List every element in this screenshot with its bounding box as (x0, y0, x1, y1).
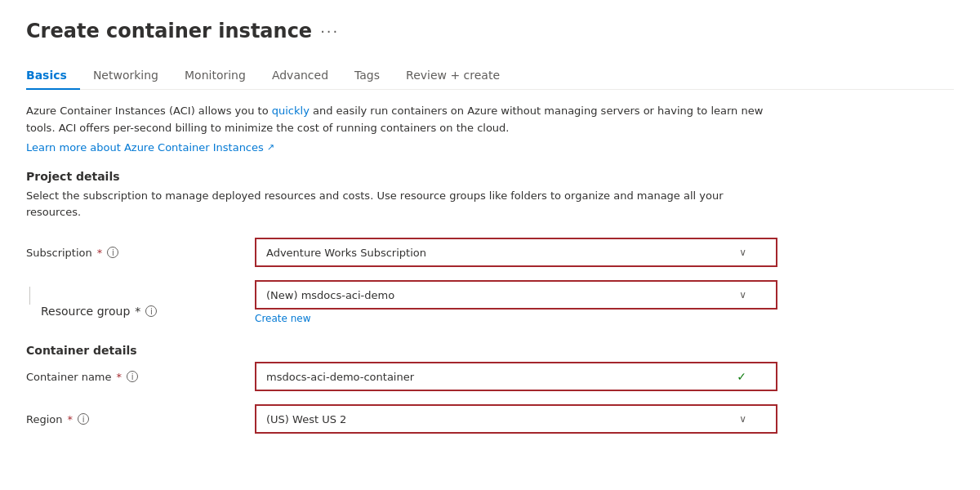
resource-group-row: Resource group * i (New) msdocs-aci-demo… (26, 280, 954, 324)
resource-group-label: Resource group (41, 305, 130, 318)
learn-more-link[interactable]: Learn more about Azure Container Instanc… (26, 141, 274, 154)
project-details-desc: Select the subscription to manage deploy… (26, 188, 777, 222)
container-name-value: msdocs-aci-demo-container (266, 371, 737, 383)
create-new-link[interactable]: Create new (255, 313, 311, 324)
project-details-section: Project details Select the subscription … (26, 170, 954, 325)
container-name-label: Container name * i (26, 371, 255, 383)
region-row: Region * i (US) West US 2 ∨ (26, 404, 954, 434)
region-chevron-icon: ∨ (739, 413, 746, 425)
resource-group-chevron-icon: ∨ (739, 289, 746, 301)
container-details-title: Container details (26, 344, 954, 357)
project-details-title: Project details (26, 170, 954, 183)
rg-vertical-line (29, 287, 30, 305)
container-details-section: Container details Container name * i msd… (26, 344, 954, 434)
aci-description: Azure Container Instances (ACI) allows y… (26, 103, 777, 137)
resource-group-required: * (135, 305, 140, 318)
region-control: (US) West US 2 ∨ (255, 404, 777, 434)
region-dropdown[interactable]: (US) West US 2 ∨ (255, 404, 777, 434)
region-label: Region * i (26, 413, 255, 425)
container-name-input[interactable]: msdocs-aci-demo-container ✓ (255, 362, 777, 391)
tab-advanced[interactable]: Advanced (259, 62, 341, 90)
subscription-required: * (97, 247, 103, 259)
container-name-info-icon[interactable]: i (127, 371, 138, 382)
subscription-dropdown[interactable]: Adventure Works Subscription ∨ (255, 238, 777, 267)
resource-group-dropdown[interactable]: (New) msdocs-aci-demo ∨ (255, 280, 777, 310)
resource-group-info-icon[interactable]: i (145, 305, 157, 317)
tab-basics[interactable]: Basics (26, 62, 80, 90)
tab-networking[interactable]: Networking (80, 62, 172, 90)
highlight-text: quickly (272, 105, 310, 117)
tab-monitoring[interactable]: Monitoring (172, 62, 259, 90)
subscription-info-icon[interactable]: i (107, 247, 118, 258)
container-name-row: Container name * i msdocs-aci-demo-conta… (26, 362, 954, 391)
region-required: * (68, 413, 74, 425)
external-link-icon: ↗ (267, 142, 274, 153)
container-name-valid-icon: ✓ (737, 370, 746, 383)
subscription-label: Subscription * i (26, 247, 255, 259)
subscription-control: Adventure Works Subscription ∨ (255, 238, 777, 267)
resource-group-control: (New) msdocs-aci-demo ∨ Create new (255, 280, 777, 324)
region-info-icon[interactable]: i (78, 413, 89, 425)
subscription-chevron-icon: ∨ (739, 247, 746, 258)
tab-tags[interactable]: Tags (341, 62, 393, 90)
subscription-value: Adventure Works Subscription (266, 247, 739, 259)
tab-review-create[interactable]: Review + create (393, 62, 513, 90)
region-value: (US) West US 2 (266, 413, 739, 425)
page-title: Create container instance (26, 20, 312, 42)
container-name-required: * (117, 371, 122, 383)
page-header: Create container instance ··· (26, 20, 954, 42)
more-options-button[interactable]: ··· (320, 23, 339, 40)
subscription-row: Subscription * i Adventure Works Subscri… (26, 238, 954, 267)
container-name-control: msdocs-aci-demo-container ✓ (255, 362, 777, 391)
resource-group-value: (New) msdocs-aci-demo (266, 289, 739, 301)
resource-group-label-area: Resource group * i (26, 287, 255, 318)
tab-bar: Basics Networking Monitoring Advanced Ta… (26, 62, 954, 90)
